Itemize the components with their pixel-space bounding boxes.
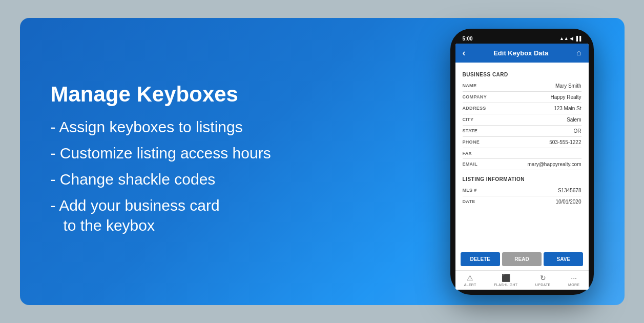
- data-row-fax: FAX: [463, 148, 581, 159]
- value-date: 10/01/2020: [555, 199, 581, 205]
- value-email: mary@happyrealty.com: [528, 162, 581, 167]
- label-state: STATE: [463, 128, 478, 133]
- value-phone: 503-555-1222: [549, 139, 581, 145]
- data-row-state: STATE OR: [463, 126, 581, 137]
- nav-update[interactable]: ↻ UPDATE: [535, 274, 551, 287]
- app-header: ‹ Edit Keybox Data ⌂: [455, 44, 589, 63]
- phone-mockup: 5:00 ▲▲ ◀ ▐▐ ‹ Edit Keybox Data ⌂ BUSINE…: [450, 29, 594, 295]
- data-row-mls: MLS # S1345678: [463, 185, 581, 196]
- nav-flashlight[interactable]: ⬛ FLASHLIGHT: [494, 274, 517, 287]
- data-row-email: EMAIL mary@happyrealty.com: [463, 159, 581, 170]
- app-content: BUSINESS CARD NAME Mary Smith COMPANY Ha…: [455, 63, 589, 248]
- nav-alert[interactable]: ⚠ ALERT: [464, 274, 476, 287]
- label-company: COMPANY: [463, 94, 487, 99]
- value-state: OR: [574, 128, 581, 134]
- data-row-date: DATE 10/01/2020: [463, 196, 581, 207]
- status-time: 5:00: [463, 36, 473, 42]
- list-item-3: - Change shackle codes: [51, 169, 440, 189]
- delete-button[interactable]: DELETE: [461, 252, 500, 266]
- nav-alert-label: ALERT: [464, 283, 476, 287]
- phone-body: 5:00 ▲▲ ◀ ▐▐ ‹ Edit Keybox Data ⌂ BUSINE…: [450, 29, 594, 295]
- more-icon: ···: [571, 274, 577, 282]
- business-card-label: BUSINESS CARD: [463, 72, 581, 77]
- listing-info-label: LISTING INFORMATION: [463, 176, 581, 182]
- nav-more-label: MORE: [568, 283, 579, 287]
- feature-list: - Assign keyboxes to listings - Customiz…: [51, 117, 440, 235]
- home-icon[interactable]: ⌂: [576, 48, 581, 57]
- phone-screen: ‹ Edit Keybox Data ⌂ BUSINESS CARD NAME …: [455, 44, 589, 290]
- data-row-name: NAME Mary Smith: [463, 80, 581, 92]
- bottom-nav: ⚠ ALERT ⬛ FLASHLIGHT ↻ UPDATE ··· MORE: [455, 270, 589, 290]
- main-container: Manage Keyboxes - Assign keyboxes to lis…: [20, 18, 625, 305]
- label-city: CITY: [463, 117, 474, 122]
- label-email: EMAIL: [463, 162, 478, 167]
- read-button[interactable]: READ: [502, 252, 542, 266]
- list-item-2: - Customize listing access hours: [51, 143, 440, 163]
- update-icon: ↻: [540, 274, 546, 282]
- page-title: Manage Keyboxes: [51, 82, 440, 107]
- label-name: NAME: [463, 83, 477, 88]
- label-address: ADDRESS: [463, 106, 486, 111]
- label-date: DATE: [463, 199, 475, 204]
- header-title: Edit Keybox Data: [466, 49, 576, 57]
- nav-more[interactable]: ··· MORE: [568, 274, 579, 287]
- label-fax: FAX: [463, 151, 472, 156]
- phone-status-bar: 5:00 ▲▲ ◀ ▐▐: [455, 34, 589, 44]
- data-row-company: COMPANY Happy Realty: [463, 92, 581, 103]
- flashlight-icon: ⬛: [502, 274, 510, 282]
- data-row-address: ADDRESS 123 Main St: [463, 103, 581, 114]
- action-buttons: DELETE READ SAVE: [455, 248, 589, 270]
- nav-update-label: UPDATE: [535, 283, 551, 287]
- value-mls: S1345678: [558, 188, 581, 193]
- label-phone: PHONE: [463, 139, 480, 145]
- save-button[interactable]: SAVE: [544, 252, 583, 266]
- data-row-city: CITY Salem: [463, 114, 581, 126]
- value-address: 123 Main St: [554, 106, 581, 111]
- value-name: Mary Smith: [555, 83, 581, 89]
- list-item-4: - Add your business card to the keybox: [51, 195, 440, 235]
- value-city: Salem: [567, 117, 581, 123]
- text-section: Manage Keyboxes - Assign keyboxes to lis…: [51, 82, 450, 241]
- nav-flashlight-label: FLASHLIGHT: [494, 283, 517, 287]
- status-icons: ▲▲ ◀ ▐▐: [559, 36, 581, 41]
- label-mls: MLS #: [463, 188, 477, 193]
- value-company: Happy Realty: [550, 94, 581, 100]
- alert-icon: ⚠: [467, 274, 473, 282]
- list-item-1: - Assign keyboxes to listings: [51, 117, 440, 137]
- data-row-phone: PHONE 503-555-1222: [463, 137, 581, 148]
